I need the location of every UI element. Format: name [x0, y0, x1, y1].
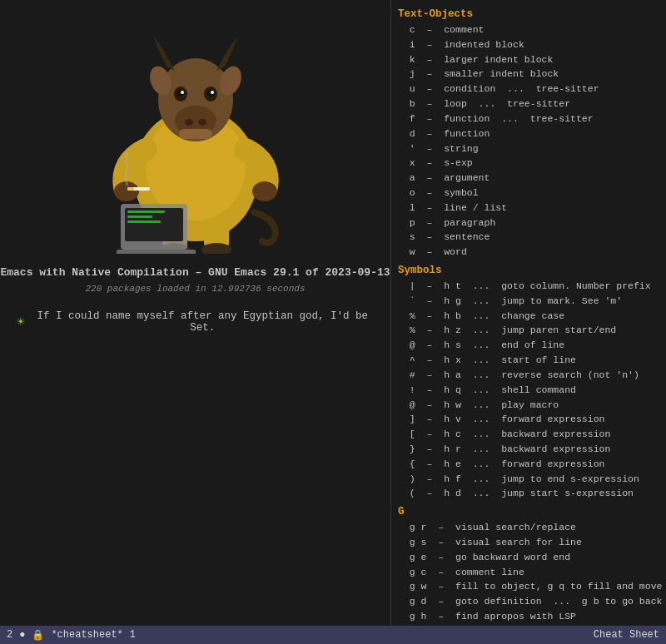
cheat-line: % – h z ... jump paren start/end	[398, 323, 659, 338]
cheat-line: g r – visual search/replace	[398, 520, 659, 535]
cheat-line: } – h r ... backward expression	[398, 442, 659, 457]
svg-rect-21	[127, 187, 134, 191]
packages-loaded: 220 packages loaded in 12.992736 seconds	[85, 284, 305, 294]
cheat-line: ] – h v ... forward expression	[398, 412, 659, 427]
svg-point-15	[211, 91, 214, 94]
cheat-line: g c – comment line	[398, 565, 659, 580]
svg-point-14	[181, 91, 184, 94]
svg-point-8	[185, 119, 193, 126]
svg-rect-28	[179, 129, 212, 139]
cheat-line: j – smaller indent block	[398, 67, 659, 82]
cheat-line: g e – go backward word end	[398, 550, 659, 565]
gnu-mascot-container	[71, 17, 321, 258]
cheat-line: b – loop ... tree-sitter	[398, 97, 659, 111]
section-title-symbols: Symbols	[398, 265, 659, 276]
cheat-line: x – s-exp	[398, 156, 659, 171]
cheat-line: { – h e ... forward expression	[398, 457, 659, 472]
cheat-line: [ – h c ... backward expression	[398, 427, 659, 442]
cheat-line: k – larger indent block	[398, 52, 659, 67]
cheat-line: g h – find apropos with LSP	[398, 609, 659, 624]
left-panel: Emacs with Native Compilation – GNU Emac…	[0, 0, 391, 644]
cheat-line: g d – goto definition ... g b to go back	[398, 594, 659, 609]
cheat-line: ^ – h x ... start of line	[398, 353, 659, 368]
sun-icon: ☀	[17, 314, 25, 330]
svg-rect-26	[127, 220, 161, 223]
cheat-line: u – condition ... tree-sitter	[398, 82, 659, 97]
splash-message: ☀ If I could name myself after any Egypt…	[0, 310, 390, 334]
status-dot: ●	[19, 629, 25, 641]
cheat-line: # – h a ... reverse search (not 'n')	[398, 368, 659, 383]
cheat-line: ' – string	[398, 141, 659, 156]
status-right-label: Cheat Sheet	[594, 629, 659, 641]
splash-text: If I could name myself after any Egyptia…	[32, 310, 374, 334]
svg-rect-25	[127, 215, 152, 218]
cheat-line: f – function ... tree-sitter	[398, 111, 659, 126]
cheat-line: ` – h g ... jump to mark. See 'm'	[398, 294, 659, 309]
emacs-title: Emacs with Native Compilation – GNU Emac…	[0, 266, 390, 279]
cheat-line: % – h b ... change case	[398, 309, 659, 324]
cheat-line: d – function	[398, 126, 659, 141]
cheat-line: a – argument	[398, 171, 659, 186]
cheat-line: i – indented block	[398, 37, 659, 52]
cheat-line: p – paragraph	[398, 215, 659, 230]
cheat-line: @ – h s ... end of line	[398, 338, 659, 353]
section-title-g: G	[398, 506, 659, 518]
status-bar: 2 ● 🔒 *cheatsheet* 1 Cheat Sheet	[0, 626, 666, 644]
svg-point-9	[198, 119, 206, 126]
svg-point-19	[252, 181, 277, 201]
svg-rect-27	[117, 250, 196, 254]
cheat-line: g s – visual search for line	[398, 535, 659, 550]
cheat-line: s – sentence	[398, 230, 659, 245]
section-title-text-objects: Text-Objects	[398, 8, 659, 20]
status-num2: 1	[130, 629, 136, 641]
cheat-line: o – symbol	[398, 186, 659, 201]
cheat-line: @ – h w ... play macro	[398, 398, 659, 413]
svg-rect-24	[127, 211, 165, 213]
status-lock: 🔒	[32, 629, 44, 642]
gnu-mascot-svg	[79, 21, 312, 254]
cheat-line: | – h t ... goto column. Number prefix	[398, 279, 659, 294]
cheat-line: c – comment	[398, 22, 659, 37]
cheat-line: ! – h q ... shell command	[398, 383, 659, 398]
right-panel[interactable]: Text-Objects c – comment i – indented bl…	[391, 0, 666, 644]
cheat-line: g w – fill to object, g q to fill and mo…	[398, 579, 659, 594]
cheat-line: w – word	[398, 245, 659, 260]
cheat-line: ) – h f ... jump to end s-expression	[398, 472, 659, 487]
cheat-line: l – line / list	[398, 201, 659, 215]
status-buffer[interactable]: *cheatsheet*	[51, 629, 122, 641]
status-num: 2	[7, 629, 12, 641]
cheat-line: ( – h d ... jump start s-expression	[398, 486, 659, 501]
